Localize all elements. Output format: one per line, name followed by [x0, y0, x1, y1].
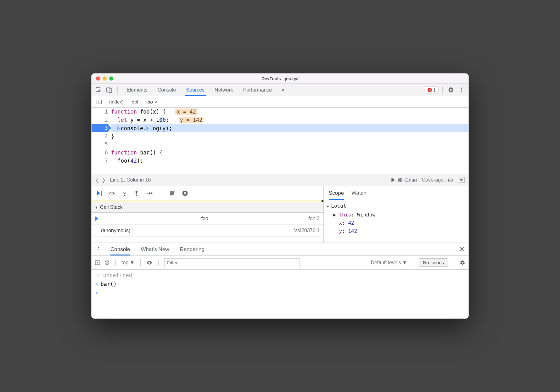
svg-rect-2: [109, 89, 112, 92]
step-into-button[interactable]: [122, 190, 127, 196]
scope-body[interactable]: ▼ Local ▶ this: Window x: 42 y: 142: [324, 200, 468, 237]
paused-indicator: [92, 200, 323, 202]
console-sidebar-toggle-icon[interactable]: [95, 260, 100, 266]
show-navigator-icon[interactable]: [95, 98, 104, 106]
drawer-tab-rendering[interactable]: Rendering: [180, 243, 204, 255]
separator: [115, 259, 116, 266]
file-tab-foo[interactable]: foo×: [146, 96, 158, 107]
pretty-print-icon[interactable]: { }: [95, 177, 106, 183]
tab-elements[interactable]: Elements: [121, 84, 153, 96]
scope-entry[interactable]: ▶ this: Window: [327, 211, 465, 219]
separator: [454, 259, 454, 266]
device-toolbar-icon[interactable]: [105, 86, 114, 94]
side-tab-watch[interactable]: Watch: [351, 186, 367, 200]
code-line[interactable]: [111, 140, 468, 148]
minimize-window-button[interactable]: [103, 76, 107, 81]
execution-context-dropdown[interactable]: top ▼: [121, 260, 135, 266]
line-number[interactable]: 4: [92, 132, 108, 140]
scope-pane: ScopeWatch ▼ Local ▶ this: Window x: 42 …: [324, 186, 468, 243]
code-line[interactable]: function bar() {: [111, 148, 468, 157]
console-filter-input[interactable]: [164, 258, 300, 267]
devtools-window: DevTools - jec.fyi/ ElementsConsoleSourc…: [91, 73, 469, 319]
chevron-down-icon: ▼: [130, 260, 135, 266]
svg-point-5: [461, 91, 462, 92]
file-tab-dbl[interactable]: dbl: [132, 96, 138, 107]
console-output[interactable]: <·undefined>bar()>: [92, 270, 468, 318]
code-line[interactable]: let y = x + 100; y = 142: [111, 116, 468, 124]
separator: [161, 190, 161, 197]
drawer-tab-what-s-new[interactable]: What's New: [141, 243, 169, 255]
stack-frame[interactable]: (anonymous)VM20376:1: [92, 225, 323, 237]
line-number[interactable]: 5: [92, 140, 108, 148]
line-number-gutter[interactable]: 1234567: [92, 108, 111, 174]
inspect-element-icon[interactable]: [94, 86, 103, 94]
console-settings-gear-icon[interactable]: [460, 260, 465, 266]
error-badge[interactable]: ✕ 1: [425, 87, 439, 93]
settings-gear-icon[interactable]: [446, 86, 455, 94]
window-title: DevTools - jec.fyi/: [92, 76, 468, 81]
source-editor[interactable]: 1234567 function foo(x) { x = 42 let y =…: [92, 108, 468, 174]
separator: [140, 259, 141, 266]
more-tabs-chevron-icon[interactable]: »: [279, 87, 287, 93]
scope-entry[interactable]: y: 142: [327, 227, 465, 235]
close-window-button[interactable]: [96, 76, 100, 81]
zoom-window-button[interactable]: [109, 76, 113, 81]
call-stack-header[interactable]: ▼ Call Stack: [92, 202, 323, 213]
line-number[interactable]: 2: [92, 116, 108, 124]
run-snippet-icon[interactable]: ⌘+Enter: [391, 177, 417, 183]
svg-rect-7: [101, 191, 102, 196]
code-line[interactable]: console.log(y);: [111, 124, 468, 132]
editor-statusbar: { } Line 2, Column 16 ⌘+Enter Coverage: …: [92, 174, 468, 186]
stack-frame[interactable]: foofoo:3: [92, 213, 323, 225]
step-out-button[interactable]: [134, 190, 139, 196]
close-tab-icon[interactable]: ×: [155, 99, 158, 105]
code-line[interactable]: function foo(x) { x = 42: [111, 108, 468, 116]
coverage-dropdown-icon[interactable]: [458, 177, 465, 183]
drawer-tab-console[interactable]: Console: [110, 243, 130, 255]
issues-button[interactable]: No Issues: [419, 258, 448, 267]
console-line[interactable]: >: [92, 288, 468, 297]
tab-performance[interactable]: Performance: [238, 84, 277, 96]
console-line: <·undefined: [92, 271, 468, 280]
side-tabs: ScopeWatch: [324, 186, 468, 200]
side-tab-scope[interactable]: Scope: [329, 186, 344, 200]
coverage-status: Coverage: n/a: [422, 177, 453, 183]
file-tab-index[interactable]: (index): [109, 96, 124, 107]
drawer-tabs: ⋮ ConsoleWhat's NewRendering ✕: [92, 243, 468, 256]
console-line: >bar(): [92, 280, 468, 288]
debugger-row: ▼ Call Stack foofoo:3(anonymous)VM20376:…: [92, 186, 468, 243]
line-number[interactable]: 7: [92, 157, 108, 165]
line-number[interactable]: 6: [92, 148, 108, 157]
debugger-left-pane: ▼ Call Stack foofoo:3(anonymous)VM20376:…: [92, 186, 324, 243]
error-count: 1: [433, 87, 436, 92]
tab-network[interactable]: Network: [210, 84, 238, 96]
line-number[interactable]: 3: [92, 124, 108, 132]
code-line[interactable]: foo(42);: [111, 157, 468, 165]
debugger-toolbar: [92, 186, 323, 200]
drawer-menu-icon[interactable]: ⋮: [95, 246, 102, 253]
svg-point-8: [111, 194, 113, 195]
clear-console-icon[interactable]: [104, 260, 110, 266]
log-levels-dropdown[interactable]: Default levels ▼: [371, 260, 407, 266]
code-line[interactable]: }: [111, 132, 468, 140]
tab-sources[interactable]: Sources: [181, 84, 210, 96]
step-over-button[interactable]: [109, 190, 115, 196]
step-button[interactable]: [146, 190, 153, 196]
cursor-position: Line 2, Column 16: [110, 177, 151, 183]
live-expression-eye-icon[interactable]: [146, 260, 153, 265]
svg-rect-13: [185, 192, 186, 194]
pause-on-exceptions-button[interactable]: [182, 190, 188, 196]
deactivate-breakpoints-button[interactable]: [169, 190, 176, 196]
more-menu-icon[interactable]: [457, 86, 466, 94]
separator: [117, 87, 118, 93]
line-number[interactable]: 1: [92, 108, 108, 116]
svg-point-11: [151, 192, 153, 194]
close-drawer-icon[interactable]: ✕: [459, 245, 465, 254]
console-controls: top ▼ Default levels ▼ No Issues: [92, 256, 468, 270]
resume-button[interactable]: [96, 190, 102, 196]
separator: [442, 87, 443, 93]
call-stack-list: foofoo:3(anonymous)VM20376:1: [92, 213, 323, 237]
tab-console[interactable]: Console: [153, 84, 181, 96]
scope-entry[interactable]: x: 42: [327, 219, 465, 227]
code-content[interactable]: function foo(x) { x = 42 let y = x + 100…: [111, 108, 468, 174]
